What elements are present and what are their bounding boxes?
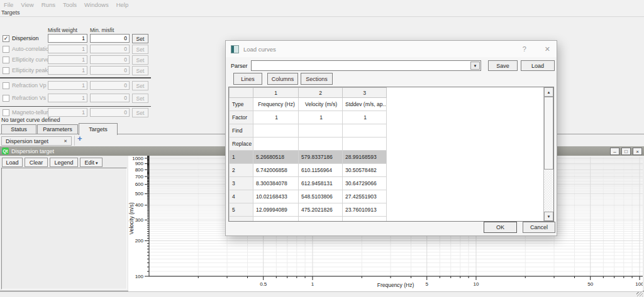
- status-bar: [0, 291, 644, 297]
- cancel-button[interactable]: Cancel: [523, 222, 555, 233]
- edit-button[interactable]: Edit ▾: [80, 158, 103, 167]
- column-header[interactable]: 3: [343, 88, 387, 98]
- row-header[interactable]: 2: [230, 164, 253, 177]
- maximize-icon[interactable]: □: [621, 148, 631, 155]
- data-cell[interactable]: [343, 217, 387, 222]
- data-cell[interactable]: 27.42551903: [343, 190, 387, 203]
- factor-cell[interactable]: 1: [253, 111, 299, 124]
- type-row: Type Frequency (Hz) Velocity (m/s) Stdde…: [230, 98, 387, 111]
- data-cell[interactable]: 28.99168593: [343, 151, 387, 164]
- row-header[interactable]: Type: [230, 98, 253, 111]
- scroll-down-icon[interactable]: ▼: [544, 212, 553, 221]
- legend-button[interactable]: Legend: [50, 158, 78, 167]
- ellipticity-curve-checkbox[interactable]: [3, 57, 9, 63]
- tab-targets[interactable]: Targets: [79, 123, 118, 135]
- tab-lines[interactable]: Lines: [233, 73, 262, 85]
- add-target-button[interactable]: +: [77, 134, 82, 143]
- replace-cell[interactable]: [253, 138, 299, 151]
- scroll-up-icon[interactable]: ▲: [544, 87, 553, 97]
- refraction-vs-checkbox[interactable]: [3, 95, 9, 102]
- data-cell[interactable]: 12.09994089: [253, 203, 299, 217]
- dispersion-min-misfit-input[interactable]: [90, 34, 130, 43]
- ellipticity-peak-checkbox[interactable]: [3, 67, 9, 74]
- type-cell[interactable]: Frequency (Hz): [253, 98, 299, 111]
- replace-cell[interactable]: [299, 138, 343, 151]
- parser-input[interactable]: [252, 61, 469, 70]
- dispersion-target-tab[interactable]: Dispersion target ✕: [1, 136, 72, 146]
- data-cell[interactable]: 10.02168433: [253, 190, 299, 203]
- scrollbar-thumb[interactable]: [544, 97, 553, 170]
- row-header[interactable]: Factor: [230, 111, 253, 124]
- column-header[interactable]: 1: [253, 88, 299, 98]
- corner-header-cell[interactable]: [230, 88, 253, 98]
- data-cell[interactable]: 30.50578482: [343, 164, 387, 177]
- table-row[interactable]: 2 6.742006858 610.1156964 30.50578482: [230, 164, 387, 177]
- svg-text:5: 5: [426, 281, 429, 287]
- data-cell[interactable]: [299, 217, 343, 222]
- data-cell[interactable]: [253, 217, 299, 222]
- tab-columns[interactable]: Columns: [267, 73, 298, 85]
- table-row[interactable]: 4 10.02168433 548.5103806 27.42551903: [230, 190, 387, 203]
- load-curves-dialog: Load curves ? ✕ Parser ▼ Save Load Lines…: [225, 40, 557, 236]
- dialog-title-bar[interactable]: Load curves ? ✕: [226, 41, 557, 57]
- curve-legend-panel[interactable]: [1, 168, 127, 289]
- factor-cell[interactable]: 1: [299, 111, 343, 124]
- dropdown-arrow-icon[interactable]: ▼: [470, 62, 480, 70]
- data-cell[interactable]: 548.5103806: [299, 190, 343, 203]
- find-cell[interactable]: [299, 124, 343, 138]
- tab-sections[interactable]: Sections: [301, 73, 333, 85]
- row-header[interactable]: 6: [230, 217, 253, 222]
- table-row[interactable]: 6: [230, 217, 387, 222]
- help-icon[interactable]: ?: [523, 45, 526, 53]
- ellipticity-peak-min-misfit-input: [90, 66, 130, 75]
- row-header[interactable]: 3: [230, 177, 253, 190]
- data-cell[interactable]: 23.76010913: [343, 203, 387, 217]
- data-cell[interactable]: 30.64729066: [343, 177, 387, 190]
- resize-grip[interactable]: [636, 292, 643, 296]
- table-scrollbar[interactable]: ▲ ▼: [543, 87, 553, 221]
- find-cell[interactable]: [253, 124, 299, 138]
- row-header[interactable]: Replace: [230, 138, 253, 151]
- find-row: Find: [230, 124, 387, 138]
- table-row[interactable]: 1 5.26680518 579.8337186 28.99168593: [230, 151, 387, 164]
- target-row-refraction-vs: Refraction Vs Set: [0, 94, 151, 104]
- close-tab-icon[interactable]: ✕: [64, 139, 67, 144]
- data-cell[interactable]: 475.2021826: [299, 203, 343, 217]
- row-header[interactable]: 4: [230, 190, 253, 203]
- column-header[interactable]: 2: [299, 88, 343, 98]
- tab-status[interactable]: Status: [1, 124, 36, 134]
- close-icon[interactable]: ✕: [545, 45, 550, 53]
- ok-button[interactable]: OK: [484, 222, 517, 233]
- find-cell[interactable]: [343, 124, 387, 138]
- table-row[interactable]: 5 12.09994089 475.2021826 23.76010913: [230, 203, 387, 217]
- data-cell[interactable]: 579.8337186: [299, 151, 343, 164]
- type-cell[interactable]: Stddev (m/s, ap...: [343, 98, 387, 111]
- autocorrelation-checkbox[interactable]: [3, 46, 9, 53]
- clear-button[interactable]: Clear: [25, 158, 48, 167]
- table-row[interactable]: 3 8.300384078 612.9458131 30.64729066: [230, 177, 387, 190]
- data-cell[interactable]: 610.1156964: [299, 164, 343, 177]
- data-cell[interactable]: 8.300384078: [253, 177, 299, 190]
- data-cell[interactable]: 612.9458131: [299, 177, 343, 190]
- row-header[interactable]: 1: [230, 151, 253, 164]
- load-parser-button[interactable]: Load: [521, 60, 555, 71]
- row-header[interactable]: Find: [230, 124, 253, 138]
- tab-parameters[interactable]: Parameters: [37, 124, 78, 134]
- dispersion-checkbox[interactable]: ✓: [3, 35, 9, 42]
- replace-cell[interactable]: [343, 138, 387, 151]
- refraction-vp-checkbox[interactable]: [3, 82, 9, 89]
- save-parser-button[interactable]: Save: [488, 60, 518, 71]
- svg-text:10: 10: [474, 281, 479, 287]
- type-cell[interactable]: Velocity (m/s): [299, 98, 343, 111]
- row-header[interactable]: 5: [230, 203, 253, 217]
- parser-combobox[interactable]: ▼: [251, 60, 481, 71]
- factor-cell[interactable]: 1: [343, 111, 387, 124]
- data-cell[interactable]: 6.742006858: [253, 164, 299, 177]
- dispersion-weight-input[interactable]: [48, 34, 87, 43]
- data-cell[interactable]: 5.26680518: [253, 151, 299, 164]
- magneto-telluric-checkbox[interactable]: [3, 109, 9, 116]
- dispersion-set-button[interactable]: Set: [132, 34, 148, 43]
- load-button[interactable]: Load: [2, 158, 23, 167]
- close-icon[interactable]: ×: [633, 148, 642, 155]
- minimize-icon[interactable]: –: [610, 148, 619, 155]
